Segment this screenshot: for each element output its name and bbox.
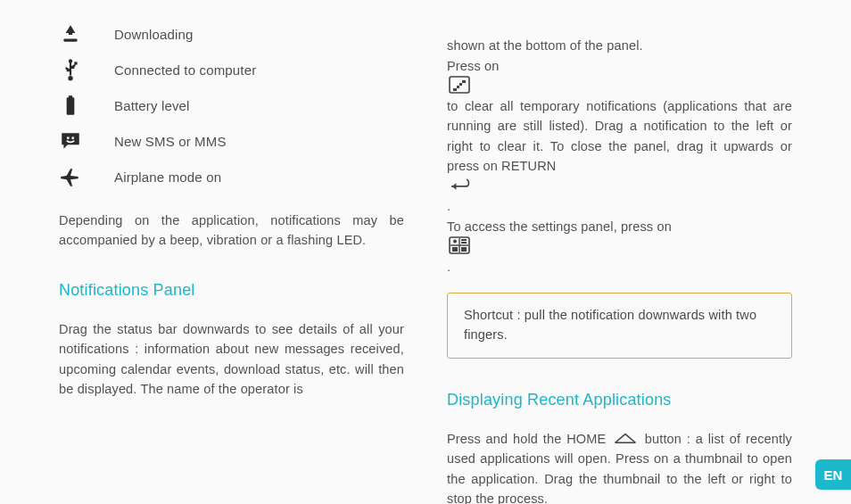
svg-rect-6 [69,95,72,98]
svg-rect-5 [67,97,75,114]
svg-rect-4 [74,62,77,64]
svg-point-3 [68,76,72,80]
home-icon [613,431,638,445]
list-item: Connected to computer [59,52,404,87]
svg-rect-15 [461,247,467,252]
clear-stairs-icon [449,76,470,94]
text: . [447,260,450,274]
list-item: Airplane mode on [59,159,404,194]
right-column: shown at the bottom of the panel. Press … [447,16,792,504]
icon-label: Connected to computer [114,62,256,78]
download-icon [59,22,82,45]
recent-apps-heading: Displaying Recent Applications [447,391,792,409]
notifications-panel-body: Drag the status bar downwards to see det… [59,319,404,400]
settings-panel-icon [449,236,470,254]
airplane-icon [59,165,82,188]
list-item: Battery level [59,87,404,123]
text: shown at the bottom of the panel. Press … [447,38,643,72]
return-icon [449,177,475,194]
icon-label: Downloading [114,27,194,42]
svg-point-8 [71,136,74,139]
list-item: Downloading [59,16,404,52]
status-icon-list: Downloading Connected to computer Batter… [59,16,404,194]
svg-rect-14 [452,247,458,252]
sms-icon [59,129,82,153]
icon-note: Depending on the application, notificati… [59,211,404,251]
right-paragraph-1: shown at the bottom of the panel. Press … [447,16,792,277]
notifications-panel-heading: Notifications Panel [59,281,404,300]
icon-label: Battery level [114,98,190,113]
recent-apps-body: Press and hold the HOME button : a list … [447,429,792,504]
usb-icon [59,58,82,81]
page: Downloading Connected to computer Batter… [0,0,851,504]
svg-rect-2 [70,62,71,75]
text: . To access the settings panel, press on [447,199,672,233]
language-badge: EN [815,459,851,490]
text: Press and hold the HOME [447,432,611,446]
svg-point-7 [67,136,70,139]
left-column: Downloading Connected to computer Batter… [59,16,404,504]
text: to clear all temporary notifications (ap… [447,99,792,173]
battery-icon [59,94,82,117]
icon-label: Airplane mode on [114,169,221,185]
svg-rect-0 [63,38,77,41]
svg-point-13 [453,240,457,244]
shortcut-tip: Shortcut : pull the notification downwar… [447,293,792,359]
list-item: New SMS or MMS [59,123,404,159]
icon-label: New SMS or MMS [114,134,227,149]
